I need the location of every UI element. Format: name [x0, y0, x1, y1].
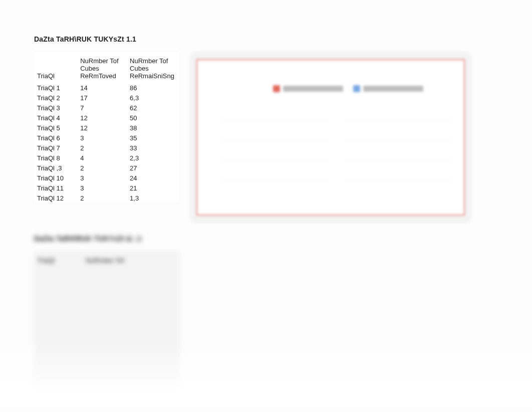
- cell-remaining: 38: [127, 123, 179, 133]
- table-row: [34, 327, 179, 337]
- th2-remaining: [133, 252, 179, 267]
- cell-remaining: [133, 327, 179, 337]
- table-row: [34, 377, 179, 387]
- cell-removed: [83, 277, 133, 287]
- table-row: [34, 267, 179, 277]
- table-row: [34, 287, 179, 297]
- cell-remaining: 21: [127, 183, 179, 193]
- cell-trial: [34, 307, 83, 317]
- cell-trial: [34, 297, 83, 307]
- table-row: [34, 337, 179, 347]
- cell-remaining: [133, 287, 179, 297]
- th2-trial: TriaQl: [34, 252, 83, 267]
- cell-trial: TriaQl 12: [34, 193, 77, 203]
- table-row: [34, 367, 179, 377]
- cell-removed: 12: [77, 123, 127, 133]
- cell-remaining: 35: [127, 133, 179, 143]
- cell-remaining: [133, 337, 179, 347]
- table-row: TriaQl 11486: [34, 83, 179, 93]
- table-row: TriaQl 7233: [34, 143, 179, 153]
- cell-remaining: [133, 267, 179, 277]
- th-remaining: NuRmber Tof Cubes ReRmaiSniSng: [127, 52, 179, 83]
- table-row: TriaQl 1221,3: [34, 193, 179, 203]
- cell-trial: [34, 287, 83, 297]
- cell-remaining: 1,3: [127, 193, 179, 203]
- chart-legend: [247, 83, 449, 94]
- cell-removed: [83, 327, 133, 337]
- cell-removed: 2: [77, 193, 127, 203]
- cell-removed: [83, 377, 133, 387]
- cell-removed: [83, 367, 133, 377]
- cell-trial: [34, 337, 83, 347]
- legend-label-b: [363, 86, 423, 92]
- cell-remaining: [133, 377, 179, 387]
- chart-panel-right: [344, 100, 451, 189]
- data-table-2: TriaQl NuRmber Tof: [34, 252, 179, 387]
- table-row: [34, 317, 179, 327]
- cell-trial: [34, 357, 83, 367]
- cell-removed: [83, 267, 133, 277]
- cell-removed: 4: [77, 153, 127, 163]
- cell-remaining: 2,3: [127, 153, 179, 163]
- table-row: [34, 347, 179, 357]
- cell-remaining: 33: [127, 143, 179, 153]
- table-row: TriaQl 6335: [34, 133, 179, 143]
- cell-trial: TriaQl 5: [34, 123, 77, 133]
- cell-remaining: 50: [127, 113, 179, 123]
- cell-removed: [83, 297, 133, 307]
- th-trial: TriaQl: [34, 52, 77, 83]
- cell-trial: [34, 347, 83, 357]
- cell-trial: TriaQl ,3: [34, 163, 77, 173]
- cell-remaining: [133, 307, 179, 317]
- th-removed: NuRmber Tof Cubes ReRmToved: [77, 52, 127, 83]
- cell-removed: 3: [77, 183, 127, 193]
- table-row: TriaQl 10324: [34, 173, 179, 183]
- table-row: [34, 357, 179, 367]
- cell-remaining: 6,3: [127, 93, 179, 103]
- table-row: [34, 277, 179, 287]
- table-row: [34, 307, 179, 317]
- table-row: TriaQl 51238: [34, 123, 179, 133]
- cell-remaining: [133, 357, 179, 367]
- cell-removed: 3: [77, 173, 127, 183]
- cell-remaining: [133, 367, 179, 377]
- cell-removed: [83, 287, 133, 297]
- chart-panel-left: [222, 100, 329, 189]
- table-row: [34, 297, 179, 307]
- cell-trial: [34, 277, 83, 287]
- cell-remaining: [133, 277, 179, 287]
- table-row: TriaQl 842,3: [34, 153, 179, 163]
- table2-title: DaZta TaRH\RUK TUKYsZt &□.1: [34, 235, 498, 243]
- cell-trial: [34, 317, 83, 327]
- table-row: TriaQl ,3227: [34, 163, 179, 173]
- cell-trial: TriaQl 11: [34, 183, 77, 193]
- th2-removed: NuRmber Tof: [83, 252, 133, 267]
- cell-remaining: 24: [127, 173, 179, 183]
- table-row: TriaQl 3762: [34, 103, 179, 113]
- cell-trial: TriaQl 3: [34, 103, 77, 113]
- cell-removed: [83, 337, 133, 347]
- cell-removed: 2: [77, 163, 127, 173]
- cell-removed: [83, 317, 133, 327]
- cell-removed: [83, 307, 133, 317]
- cell-trial: TriaQl 6: [34, 133, 77, 143]
- cell-remaining: 27: [127, 163, 179, 173]
- legend-label-a: [283, 86, 343, 92]
- data-table-1: TriaQl NuRmber Tof Cubes ReRmToved NuRmb…: [34, 52, 179, 203]
- cell-removed: [83, 357, 133, 367]
- cell-removed: 2: [77, 143, 127, 153]
- cell-remaining: [133, 297, 179, 307]
- cell-remaining: 62: [127, 103, 179, 113]
- table-row: TriaQl 11321: [34, 183, 179, 193]
- cell-remaining: 86: [127, 83, 179, 93]
- chart-thumbnail: [190, 52, 471, 223]
- cell-removed: [83, 347, 133, 357]
- cell-trial: TriaQl 2: [34, 93, 77, 103]
- legend-swatch-red-icon: [273, 85, 280, 92]
- cell-trial: [34, 327, 83, 337]
- table-row: TriaQl 41250: [34, 113, 179, 123]
- cell-trial: TriaQl 8: [34, 153, 77, 163]
- cell-trial: TriaQl 4: [34, 113, 77, 123]
- cell-remaining: [133, 347, 179, 357]
- cell-trial: TriaQl 7: [34, 143, 77, 153]
